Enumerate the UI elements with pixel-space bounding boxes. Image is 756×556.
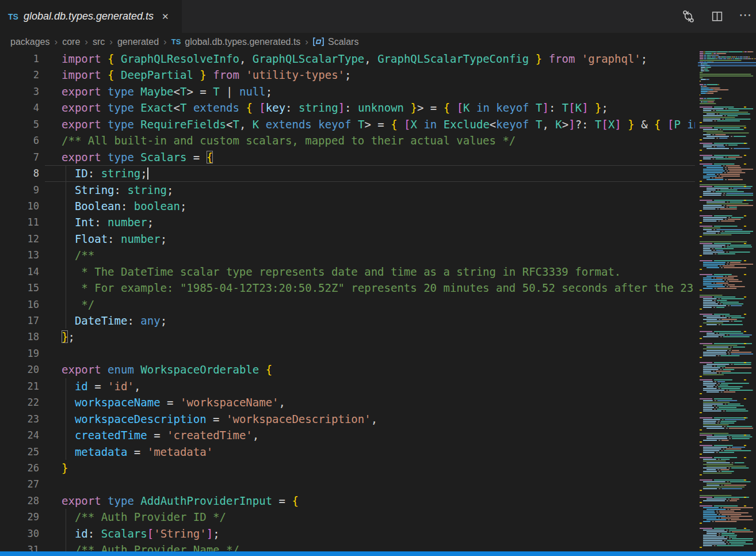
breadcrumb-file-label: global.db.types.generated.ts (185, 37, 300, 47)
line-number: 20 (0, 361, 39, 378)
indent-guide (66, 264, 66, 280)
breadcrumb-symbol-label: Scalars (328, 37, 358, 47)
line-number: 24 (0, 427, 39, 443)
line-number: 9 (0, 182, 39, 198)
line-number: 26 (0, 460, 39, 476)
indent-guide (66, 231, 66, 247)
breadcrumb-file[interactable]: TS global.db.types.generated.ts (171, 37, 301, 47)
line-number: 29 (0, 509, 39, 525)
indent-guide (66, 280, 66, 296)
breadcrumb-symbol-scalars[interactable]: Scalars (313, 37, 358, 47)
line-number: 25 (0, 444, 39, 460)
line-number: 19 (0, 345, 39, 361)
indent-guide (66, 444, 66, 460)
line-number: 14 (0, 264, 39, 280)
code-line[interactable]: 3export type Maybe<T> = T | null; (0, 83, 695, 100)
indent-guide (66, 378, 66, 394)
line-number: 17 (0, 313, 39, 329)
code-line[interactable]: 20export enum WorkspaceOrderable { (0, 361, 695, 378)
line-number: 30 (0, 525, 39, 542)
code-line[interactable]: 13 /** (0, 247, 695, 263)
line-number: 28 (0, 493, 39, 509)
code-line[interactable]: 31 /** Auth Provider Name */ (0, 542, 695, 551)
line-number: 12 (0, 231, 39, 247)
line-number: 5 (0, 116, 39, 132)
code-line[interactable]: 23 workspaceDescription = 'workspaceDesc… (0, 411, 695, 427)
code-line[interactable]: 7export type Scalars = { (0, 149, 695, 165)
code-line[interactable]: 8 ID: string; (0, 165, 695, 181)
tab-global-db-types[interactable]: TS global.db.types.generated.ts ✕ (0, 0, 182, 33)
line-number: 22 (0, 394, 39, 410)
code-line[interactable]: 12 Float: number; (0, 231, 695, 247)
breadcrumb-core[interactable]: core (62, 37, 80, 47)
chevron-right-icon: › (305, 36, 308, 48)
line-number: 31 (0, 542, 39, 551)
line-number: 27 (0, 476, 39, 492)
line-number: 16 (0, 296, 39, 313)
indent-guide (66, 182, 66, 198)
code-line[interactable]: 17 DateTime: any; (0, 313, 695, 329)
breadcrumb-src[interactable]: src (93, 37, 105, 47)
indent-guide (66, 247, 66, 263)
code-line[interactable]: 6/** All built-in and custom scalars, ma… (0, 132, 695, 148)
indent-guide (66, 394, 66, 410)
chevron-right-icon: › (109, 36, 113, 48)
line-number: 7 (0, 149, 39, 165)
indent-guide (66, 198, 66, 214)
code-line[interactable]: 4export type Exact<T extends { [key: str… (0, 100, 695, 116)
indent-guide (66, 542, 66, 551)
line-number: 23 (0, 411, 39, 427)
close-icon[interactable]: ✕ (162, 12, 169, 21)
code-line[interactable]: 5export type RequireFields<T, K extends … (0, 116, 695, 132)
code-line[interactable]: 2import { DeepPartial } from 'utility-ty… (0, 67, 695, 83)
indent-guide (66, 427, 66, 443)
indent-guide (66, 411, 66, 427)
chevron-right-icon: › (85, 36, 88, 48)
code-line[interactable]: 22 workspaceName = 'workspaceName', (0, 394, 695, 410)
code-line[interactable]: 26} (0, 460, 695, 476)
more-actions-icon[interactable]: ⋯ (739, 15, 751, 18)
typescript-file-icon: TS (8, 12, 18, 21)
chevron-right-icon: › (163, 36, 167, 48)
status-bar (0, 551, 756, 556)
code-line[interactable]: 18}; (0, 329, 695, 345)
text-cursor (147, 167, 148, 180)
line-number: 3 (0, 83, 39, 100)
minimap-current-line (698, 62, 756, 66)
line-number: 6 (0, 132, 39, 148)
line-number: 2 (0, 67, 39, 83)
indent-guide (66, 296, 66, 313)
split-editor-icon[interactable] (711, 10, 724, 23)
code-line[interactable]: 24 createdTime = 'createdTime', (0, 427, 695, 443)
code-line[interactable]: 30 id: Scalars['String']; (0, 525, 695, 542)
tab-title: global.db.types.generated.ts (24, 10, 154, 22)
code-line[interactable]: 14 * The DateTime scalar type represents… (0, 264, 695, 280)
compare-changes-icon[interactable] (681, 9, 696, 24)
code-line[interactable]: 10 Boolean: boolean; (0, 198, 695, 214)
line-number: 21 (0, 378, 39, 394)
code-line[interactable]: 29 /** Auth Provider ID */ (0, 509, 695, 525)
code-line[interactable]: 21 id = 'id', (0, 378, 695, 394)
line-number: 13 (0, 247, 39, 263)
code-line[interactable]: 15 * For example: "1985-04-12T23:20:50.5… (0, 280, 695, 296)
line-number: 11 (0, 214, 39, 230)
line-number: 4 (0, 100, 39, 116)
code-lines: 1import { GraphQLResolveInfo, GraphQLSca… (0, 51, 695, 551)
code-line[interactable]: 11 Int: number; (0, 214, 695, 230)
code-line[interactable]: 1import { GraphQLResolveInfo, GraphQLSca… (0, 51, 695, 67)
code-line[interactable]: 19 (0, 345, 695, 361)
code-line[interactable]: 25 metadata = 'metadata' (0, 444, 695, 460)
vscode-window: TS global.db.types.generated.ts ✕ (0, 0, 756, 556)
breadcrumb-generated[interactable]: generated (117, 37, 159, 47)
indent-guide (66, 525, 66, 542)
chevron-right-icon: › (55, 36, 58, 48)
code-line[interactable]: 28export type AddAuthProviderInput = { (0, 493, 695, 509)
minimap[interactable] (698, 51, 756, 551)
code-editor[interactable]: 1import { GraphQLResolveInfo, GraphQLSca… (0, 51, 695, 551)
code-line[interactable]: 27 (0, 476, 695, 492)
breadcrumb-packages[interactable]: packages (10, 37, 50, 47)
indent-guide (66, 509, 66, 525)
code-line[interactable]: 16 */ (0, 296, 695, 313)
typescript-file-icon: TS (171, 37, 181, 46)
code-line[interactable]: 9 String: string; (0, 182, 695, 198)
